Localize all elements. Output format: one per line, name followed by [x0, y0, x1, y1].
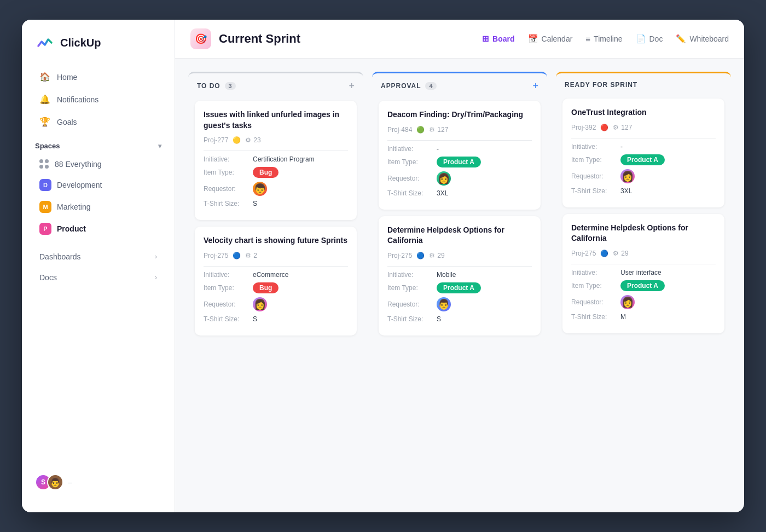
column-title-row-approval: APPROVAL 4 — [381, 82, 437, 90]
initiative-value-ready-2: User interface — [620, 269, 661, 276]
initiative-label-4: Initiative: — [387, 271, 437, 279]
divider-5 — [571, 138, 716, 138]
requestor-avatar-ready-1: 👩 — [620, 169, 635, 183]
sidebar-item-notifications[interactable]: 🔔 Notifications — [26, 89, 170, 110]
column-title-approval: APPROVAL — [381, 82, 421, 90]
card-field-tshirt-todo-1: T-Shirt Size: S — [204, 200, 348, 207]
card-meta-approval-1: Proj-484 🟢 ⚙ 127 — [387, 126, 532, 134]
requestor-label-2: Requestor: — [204, 300, 253, 308]
tab-calendar[interactable]: 📅 Calendar — [528, 32, 573, 46]
sidebar-item-dashboards[interactable]: Dashboards › — [26, 247, 170, 267]
sidebar-item-home-label: Home — [57, 73, 77, 82]
tab-doc-label: Doc — [649, 34, 663, 43]
card-approval-2: Determine Helpdesk Options for Californi… — [379, 216, 541, 336]
card-field-initiative-approval-2: Initiative: Mobile — [387, 271, 532, 279]
column-count-todo: 3 — [225, 82, 236, 90]
card-id-approval-1: Proj-484 — [387, 126, 412, 134]
add-card-todo-button[interactable]: + — [349, 81, 355, 91]
card-field-initiative-ready-1: Initiative: - — [571, 143, 716, 151]
app-name: ClickUp — [60, 37, 101, 49]
card-meta-ready-2: Proj-275 🔵 ⚙ 29 — [571, 250, 716, 257]
card-ready-1: OneTrust Integration Proj-392 🔴 ⚙ 127 In… — [562, 99, 724, 207]
card-field-type-approval-2: Item Type: Product A — [387, 282, 532, 293]
initiative-label-2: Initiative: — [204, 271, 253, 279]
tshirt-label-6: T-Shirt Size: — [571, 313, 620, 321]
tab-doc[interactable]: 📄 Doc — [636, 32, 663, 46]
flag-icon-approval-2: 🔵 — [416, 252, 425, 259]
card-field-requestor-todo-2: Requestor: 👩 — [204, 297, 348, 311]
board-area: TO DO 3 + Issues with linked unfurled im… — [175, 59, 744, 512]
item-type-label: Item Type: — [204, 169, 253, 176]
sidebar-item-docs[interactable]: Docs › — [26, 268, 170, 287]
initiative-value-approval-1: - — [437, 145, 439, 153]
card-todo-1: Issues with linked unfurled images in gu… — [195, 101, 357, 220]
bell-icon: 🔔 — [39, 94, 50, 105]
gear-icon-4: ⚙ — [429, 252, 435, 259]
card-title-todo-1: Issues with linked unfurled images in gu… — [204, 109, 348, 131]
avatar-group: S 👨 — [35, 474, 63, 490]
logo-area: ClickUp — [22, 33, 175, 66]
card-field-requestor-ready-2: Requestor: 👩 — [571, 295, 716, 309]
tshirt-label-5: T-Shirt Size: — [571, 187, 620, 195]
tab-timeline-label: Timeline — [594, 34, 622, 43]
card-field-requestor-approval-1: Requestor: 👩 — [387, 171, 532, 186]
initiative-value-ready-1: - — [620, 143, 623, 151]
tshirt-value-todo-2: S — [253, 315, 257, 323]
sidebar-item-home[interactable]: 🏠 Home — [26, 66, 170, 88]
tab-calendar-label: Calendar — [542, 34, 573, 43]
item-type-label-2: Item Type: — [204, 284, 253, 292]
tab-whiteboard-label: Whiteboard — [689, 34, 729, 43]
flag-icon-todo-1: 🟡 — [233, 136, 241, 144]
tab-board-label: Board — [492, 34, 514, 43]
initiative-value-todo-1: Certification Program — [253, 155, 315, 163]
card-points-approval-1: ⚙ 127 — [429, 126, 448, 134]
column-ready: READY FOR SPRINT OneTrust Integration Pr… — [556, 72, 731, 340]
clickup-logo-icon — [35, 33, 55, 53]
initiative-label: Initiative: — [204, 155, 253, 163]
tab-whiteboard[interactable]: ✏️ Whiteboard — [676, 32, 729, 46]
card-field-type-approval-1: Item Type: Product A — [387, 157, 532, 167]
sidebar-item-product[interactable]: P Product — [26, 218, 170, 239]
badge-bug-todo-2: Bug — [253, 282, 278, 293]
sprint-title: Current Sprint — [219, 32, 300, 46]
badge-product-approval-2: Product A — [437, 282, 481, 293]
sidebar-item-development[interactable]: D Development — [26, 175, 170, 195]
badge-product-ready-1: Product A — [620, 154, 665, 165]
column-cards-approval: Deacom Finding: Dry/Trim/Packaging Proj-… — [372, 96, 547, 342]
add-card-approval-button[interactable]: + — [532, 81, 538, 91]
card-field-tshirt-todo-2: T-Shirt Size: S — [204, 315, 348, 323]
marketing-dot: M — [39, 201, 51, 213]
sidebar-item-everything[interactable]: 88 Everything — [26, 155, 170, 174]
card-meta-todo-1: Proj-277 🟡 ⚙ 23 — [204, 136, 348, 144]
sidebar-item-goals[interactable]: 🏆 Goals — [26, 111, 170, 132]
gear-icon-5: ⚙ — [613, 124, 619, 131]
column-header-todo: TO DO 3 + — [188, 72, 363, 96]
card-ready-2: Determine Helpdesk Options for Californi… — [562, 214, 724, 333]
card-field-type-todo-2: Item Type: Bug — [204, 282, 348, 293]
card-title-ready-1: OneTrust Integration — [571, 107, 716, 118]
card-id-ready-2: Proj-275 — [571, 250, 596, 257]
card-field-requestor-approval-2: Requestor: 👨 — [387, 297, 532, 311]
card-field-type-ready-1: Item Type: Product A — [571, 154, 716, 165]
flag-icon-ready-1: 🔴 — [600, 124, 608, 131]
spaces-label: Spaces — [35, 142, 60, 150]
badge-product-approval-1: Product A — [437, 157, 481, 167]
gear-icon-3: ⚙ — [429, 126, 435, 134]
item-type-label-6: Item Type: — [571, 282, 620, 290]
tab-timeline[interactable]: ≡ Timeline — [585, 32, 622, 46]
column-cards-ready: OneTrust Integration Proj-392 🔴 ⚙ 127 In… — [556, 94, 731, 340]
initiative-label-5: Initiative: — [571, 143, 620, 151]
card-field-type-ready-2: Item Type: Product A — [571, 280, 716, 291]
sidebar-item-marketing-label: Marketing — [57, 203, 90, 211]
sidebar-item-marketing[interactable]: M Marketing — [26, 196, 170, 217]
tab-board[interactable]: ⊞ Board — [482, 32, 514, 46]
sidebar-item-everything-label: 88 Everything — [55, 160, 102, 169]
column-cards-todo: Issues with linked unfurled images in gu… — [188, 96, 363, 342]
calendar-icon: 📅 — [528, 34, 538, 44]
card-meta-todo-2: Proj-275 🔵 ⚙ 2 — [204, 252, 348, 259]
gear-icon-2: ⚙ — [245, 252, 251, 259]
requestor-label-6: Requestor: — [571, 298, 620, 306]
item-type-label-5: Item Type: — [571, 156, 620, 164]
user-menu-indicator[interactable]: – — [68, 478, 72, 487]
column-count-approval: 4 — [425, 82, 436, 90]
